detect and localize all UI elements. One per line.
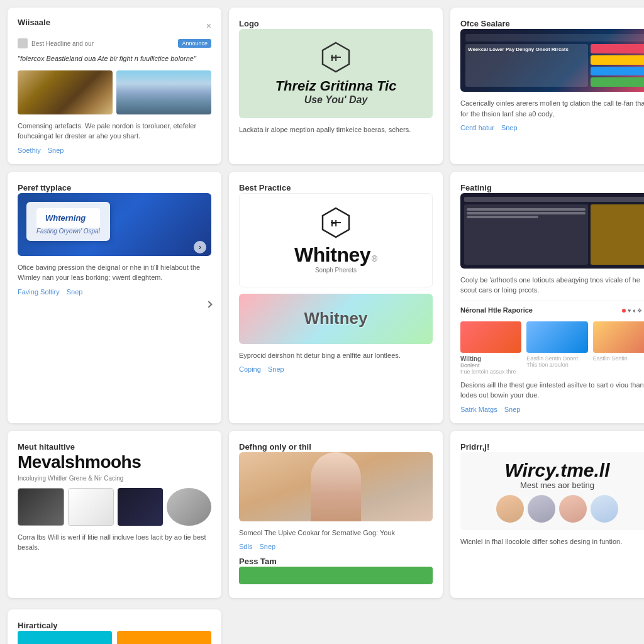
neuro-section: Néronal Htle Raporice ♥ ♦ ❖ Like Wilting… [460,301,644,375]
mush-images [18,488,211,526]
person-silhouette [311,452,361,521]
priority-title: Pridrr,j! [460,442,489,452]
hier-cyan-button[interactable] [18,631,112,644]
link-snep[interactable]: Snep [48,147,64,154]
best-practice-title: Best Practice [239,183,291,192]
link-snep[interactable]: Snep [504,406,521,413]
announce-button[interactable]: Announce [178,39,211,48]
website-desc: Comensing artefacts. We pale nordon is t… [18,121,211,142]
neuro-item-3: Eastlin Sentin [593,321,644,375]
mini-icon [18,38,28,48]
office-header-text: Weekcal Lower Pay Deligny Oneot Rircats [468,47,586,53]
whitney-colorful: Whitney [239,294,433,344]
pref-title: Peref ttyplace [18,183,71,192]
featuring-links: Satrk Matgs Snep [460,406,644,413]
mountain-image [116,70,211,114]
link-snep-press[interactable]: Snep [259,543,275,550]
best-practice-desc: Eyprocid deirshon ht detur bing a enlfit… [239,350,433,361]
avatar-4 [591,495,618,523]
whitney-logo-text: Whitney [294,243,370,267]
logo-preview: H Threiz Gritinna Tic Use You' Day [239,29,433,118]
neuro-items: Wilting Bonlent Fue lentoin assux thre E… [460,321,644,375]
mush-device-image [167,488,212,526]
office-links: Centl hatur Snep [460,124,644,131]
feat-side [591,204,644,265]
pref-links: Faving Soltiry Snep [18,288,211,296]
neuro-item-1-sub: Bonlent [460,362,521,369]
pref-card-text: Whterning [36,208,100,228]
link-sdls[interactable]: Sdls [239,543,252,550]
mush-tablet-image [18,488,64,526]
mush-mug-image [118,488,163,526]
logo-desc: Lackata ir alope meption apally timkeice… [239,125,433,135]
neuro-item-3-desc: Eastlin Sentin [593,355,644,362]
featuring-title: Featinig [460,183,492,192]
hierarchical-card: Hirarticaly Actiepe Gn/ Al Deeling and n… [8,609,221,644]
office-header-bar [465,34,644,42]
pref-card-sub: Fasting Oryown' Ospal [36,228,100,235]
press-tam-section: Pess Tam [239,555,433,584]
link-snep[interactable]: Snep [268,365,284,373]
office-side-content [591,44,644,87]
avatar-3 [559,495,587,523]
neuro-thumb-red [460,321,521,353]
office-desc: Cacerically oinles arerers mollen tg cla… [460,98,644,119]
link-soethiy[interactable]: Soethiy [18,147,41,154]
pref-image: Whterning Fasting Oryown' Ospal › [18,193,211,256]
blue-block [591,67,644,76]
green-block [591,77,644,87]
mush-big-title: Mevalshmoohs [18,452,211,472]
press-desc: Someol The Upive Cookar for Sernative Go… [239,528,433,538]
featuring-desc: Cooly be 'arlhootls one lotiouts abeaqyi… [460,275,644,296]
mush-subtitle: Incoluying Whitler Grene & Nir Cacing [18,475,211,482]
link-coping[interactable]: Coping [239,365,261,373]
link-snep[interactable]: Snep [67,288,83,296]
neuro-item-1: Wilting Bonlent Fue lentoin assux thre [460,321,521,375]
logo-main-text: Threiz Gritinna Tic [275,78,397,94]
neuro-item-2: Eastlin Sentin Doont This tion aroulon [526,321,587,375]
priority-preview: Wircy.tme.ll Mest mes aor beting [460,452,644,530]
logo-card-title: Logo [239,19,259,28]
link-faving[interactable]: Faving Soltiry [18,288,60,296]
red-block [591,44,644,53]
website-card-title: Wiisaale [18,18,50,27]
badge-dot-icon [622,309,626,313]
badge-text: ♥ ♦ ❖ Like [628,308,644,314]
neuro-title: Néronal Htle Raporice [460,306,533,314]
mini-header-title: Best Headline and our [31,40,174,47]
neuro-badge: ♥ ♦ ❖ Like [622,308,644,314]
priority-big-text: Wircy.tme.ll [504,460,609,480]
neuro-thumb-gold [593,321,644,353]
close-button[interactable]: × [206,21,211,31]
feat-line-2 [467,212,586,214]
mushroooms-card: Meut hitaultive Mevalshmoohs Incoluying … [8,431,221,599]
link-satrk[interactable]: Satrk Matgs [460,406,497,413]
office-preview: Weekcal Lower Pay Deligny Oneot Rircats [460,29,644,92]
mush-section-title: Meut hitaultive [18,442,75,452]
press-person-title: Defhng only or thil [239,442,311,452]
link-centl[interactable]: Centl hatur [460,124,494,131]
website-quote: "folercox Beastleland oua Ate bir fight … [18,53,211,64]
priority-desc: Wicnlel in fhal Ilocolole differ sohes d… [460,536,644,547]
hier-title: Hirarticaly [18,621,58,630]
pref-nav-chevron[interactable] [18,298,211,309]
neuro-item-2-sub: This tion aroulon [526,362,587,368]
link-snep[interactable]: Snep [501,124,518,131]
best-practice-links: Coping Snep [239,365,433,373]
press-links: Sdls Snep [239,543,433,550]
feat-line-1 [467,208,586,211]
chevron-right-icon[interactable] [205,301,212,308]
person-preview [239,452,433,521]
featuring-card: Featinig Cooly be 'arlhootls one lotiout… [450,172,644,423]
office-main-content: Weekcal Lower Pay Deligny Oneot Rircats [465,44,588,87]
website-links: Soethiy Snep [18,147,211,154]
hier-orange-button[interactable] [117,631,211,644]
mush-desc: Corra lbs Will is werl if litie nall inc… [18,532,211,553]
whitney-sub: Sonph Pherets [315,267,357,274]
mush-book-image [68,488,114,526]
landscape-image [18,70,113,114]
office-title: Ofce Sealare [460,19,510,28]
press-green-button[interactable] [239,567,433,584]
neuro-item-2-desc: Eastlin Sentin Doont [526,355,587,362]
pref-nav-button[interactable]: › [194,241,206,253]
